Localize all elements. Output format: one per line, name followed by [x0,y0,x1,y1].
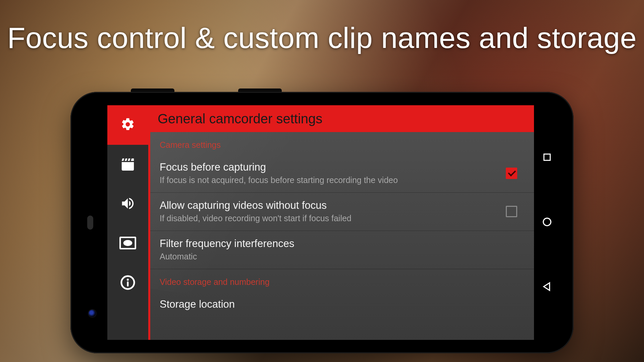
triangle-back-icon [542,282,552,293]
svg-rect-5 [544,154,550,160]
setting-subtitle: If focus is not acquired, focus before s… [160,175,498,185]
sidebar-item-audio[interactable] [107,184,148,224]
page-title: General camcorder settings [150,105,534,132]
home-button[interactable] [541,217,553,228]
svg-point-1 [124,240,132,246]
setting-title: Filter frequency interferences [160,238,525,250]
settings-content: General camcorder settings Camera settin… [148,105,534,340]
setting-subtitle: If disabled, video recording won't start… [160,214,498,223]
display-eye-icon [119,237,136,251]
setting-title: Allow capturing videos without focus [160,199,498,212]
checkbox-allow-without-focus[interactable] [506,206,517,217]
sidebar-item-general[interactable] [107,105,148,145]
checkbox-focus-before-capturing[interactable] [506,168,517,179]
android-navbar [534,105,560,340]
svg-rect-4 [127,282,129,287]
setting-title: Storage location [160,298,525,310]
setting-value: Automatic [160,252,525,261]
settings-panel[interactable]: Camera settings Focus before capturing I… [150,132,534,340]
setting-title: Focus before capturing [160,161,498,173]
setting-storage-location[interactable]: Storage location [150,292,534,310]
section-camera-settings: Camera settings [150,132,534,155]
phone-front-camera [89,310,96,317]
volume-icon [120,196,136,213]
svg-point-3 [127,279,129,281]
info-icon [120,275,136,292]
sidebar-item-video[interactable] [107,145,148,184]
section-storage-numbering: Video storage and numbering [150,269,534,292]
settings-sidebar [107,105,148,340]
clapperboard-icon [120,157,135,172]
phone-mockup: General camcorder settings Camera settin… [70,92,574,353]
recent-apps-button[interactable] [541,152,553,164]
setting-allow-capture-without-focus[interactable]: Allow capturing videos without focus If … [150,193,534,231]
sidebar-item-about[interactable] [107,263,148,303]
setting-filter-frequency[interactable]: Filter frequency interferences Automatic [150,231,534,269]
phone-screen: General camcorder settings Camera settin… [107,105,560,340]
app-root: General camcorder settings Camera settin… [107,105,534,340]
back-button[interactable] [541,282,553,293]
svg-point-6 [543,218,551,226]
gear-icon [120,117,135,133]
sidebar-item-display[interactable] [107,224,148,263]
setting-focus-before-capturing[interactable]: Focus before capturing If focus is not a… [150,155,534,193]
promo-headline: Focus control & custom clip names and st… [0,21,644,55]
circle-icon [542,217,552,228]
phone-speaker [87,216,93,230]
square-icon [542,153,552,163]
